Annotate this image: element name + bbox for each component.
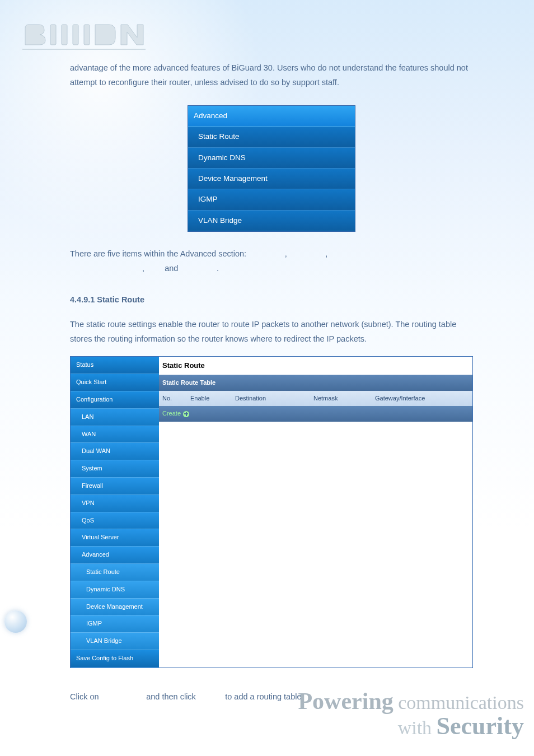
- table-header-row: No. Enable Destination Netmask Gateway/I…: [159, 391, 472, 407]
- footer-slogan: Powering communications with Security: [298, 689, 524, 739]
- empty-table-area: [159, 422, 472, 556]
- sidebar-item-save-config[interactable]: Save Config to Flash: [71, 650, 159, 668]
- closing-p2: and then click: [146, 692, 196, 701]
- plus-icon: [183, 411, 189, 417]
- sidebar-item-firewall[interactable]: Firewall: [71, 478, 159, 495]
- menu-item-vlan-bridge: VLAN Bridge: [188, 211, 355, 231]
- main-panel: Static Route Static Route Table No. Enab…: [159, 357, 472, 667]
- footer-powering: Powering: [298, 688, 393, 714]
- menu-item-igmp: IGMP: [188, 189, 355, 210]
- menu-item-device-management: Device Management: [188, 169, 355, 189]
- brand-logo: [22, 22, 146, 50]
- menu-item-dynamic-dns: Dynamic DNS: [188, 148, 355, 169]
- sidebar-item-system[interactable]: System: [71, 460, 159, 478]
- footer-communications: communications: [398, 692, 524, 713]
- svg-rect-0: [50, 25, 56, 45]
- closing-p1: Click on: [70, 692, 99, 701]
- create-label: Create: [162, 408, 181, 419]
- svg-rect-2: [73, 25, 78, 45]
- sidebar-item-vpn[interactable]: VPN: [71, 495, 159, 512]
- sidebar-item-wan[interactable]: WAN: [71, 426, 159, 444]
- col-gateway: Gateway/Interface: [372, 391, 472, 407]
- sidebar-item-qos[interactable]: QoS: [71, 512, 159, 530]
- sidebar-item-configuration[interactable]: Configuration: [71, 391, 159, 409]
- section-heading-static-route: 4.4.9.1 Static Route: [70, 292, 473, 307]
- items-sentence: There are five items within the Advanced…: [70, 246, 473, 276]
- static-route-app-screenshot: Status Quick Start Configuration LAN WAN…: [70, 356, 473, 668]
- menu-header: Advanced: [188, 106, 355, 127]
- sidebar-item-advanced[interactable]: Advanced: [71, 547, 159, 564]
- sidebar-item-igmp[interactable]: IGMP: [71, 615, 159, 633]
- svg-rect-1: [62, 25, 67, 45]
- panel-title: Static Route: [159, 357, 472, 375]
- sphere-decoration: [4, 610, 27, 633]
- intro-paragraph: advantage of the more advanced features …: [70, 60, 473, 90]
- sidebar: Status Quick Start Configuration LAN WAN…: [71, 357, 159, 667]
- svg-rect-3: [84, 25, 90, 45]
- footer-with: with: [398, 717, 432, 738]
- advanced-menu-screenshot: Advanced Static Route Dynamic DNS Device…: [188, 105, 355, 232]
- panel-subtitle: Static Route Table: [159, 375, 472, 391]
- sidebar-item-lan[interactable]: LAN: [71, 409, 159, 426]
- sidebar-item-dual-wan[interactable]: Dual WAN: [71, 443, 159, 460]
- sidebar-item-status[interactable]: Status: [71, 357, 159, 374]
- sidebar-item-quick-start[interactable]: Quick Start: [71, 374, 159, 391]
- col-destination: Destination: [232, 391, 310, 407]
- closing-p3: to add a routing table.: [225, 692, 303, 701]
- sidebar-item-static-route[interactable]: Static Route: [71, 564, 159, 581]
- col-no: No.: [159, 391, 187, 407]
- items-connector: and: [165, 264, 178, 273]
- items-sentence-prefix: There are five items within the Advanced…: [70, 249, 246, 258]
- col-enable: Enable: [187, 391, 232, 407]
- static-route-paragraph: The static route settings enable the rou…: [70, 317, 473, 346]
- sidebar-item-vlan-bridge[interactable]: VLAN Bridge: [71, 633, 159, 650]
- create-button[interactable]: Create: [159, 406, 472, 422]
- sidebar-item-dynamic-dns[interactable]: Dynamic DNS: [71, 581, 159, 599]
- sidebar-item-device-management[interactable]: Device Management: [71, 599, 159, 616]
- footer-security: Security: [437, 712, 524, 740]
- menu-item-static-route: Static Route: [188, 127, 355, 147]
- col-netmask: Netmask: [310, 391, 372, 407]
- sidebar-item-virtual-server[interactable]: Virtual Server: [71, 529, 159, 547]
